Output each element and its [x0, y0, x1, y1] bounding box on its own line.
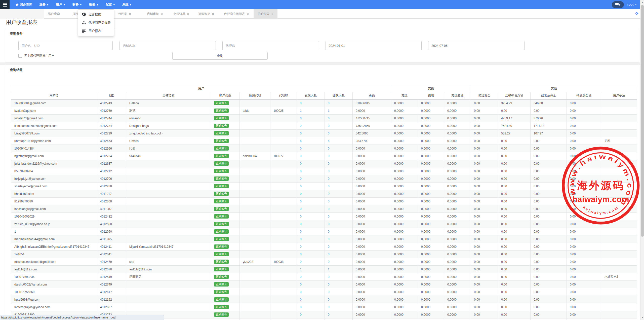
team-count-link[interactable]: 0 — [328, 290, 330, 294]
direct-count-link[interactable]: 0 — [300, 298, 302, 301]
direct-count-link[interactable]: 0 — [300, 101, 302, 105]
team-count-link[interactable]: 0 — [328, 237, 330, 241]
direct-count-link[interactable]: 0 — [300, 260, 302, 264]
close-icon[interactable]: × — [129, 12, 131, 16]
team-count-link[interactable]: 6 — [328, 139, 330, 143]
refresh-icon[interactable]: ⟳ — [635, 12, 638, 15]
close-icon[interactable]: × — [271, 12, 273, 16]
direct-count-link[interactable]: 0 — [300, 283, 302, 286]
team-count-link[interactable]: 0 — [328, 275, 330, 279]
direct-count-link[interactable]: 0 — [300, 200, 302, 203]
nav-item-3[interactable]: 财务▼ — [72, 3, 82, 7]
direct-count-link[interactable]: 0 — [300, 245, 302, 248]
direct-count-link[interactable]: 0 — [300, 290, 302, 294]
search-button[interactable]: 查询 — [172, 52, 268, 60]
team-count-link[interactable]: 0 — [328, 200, 330, 203]
shop-name-input[interactable] — [119, 41, 216, 50]
team-count-link[interactable]: 0 — [328, 192, 330, 196]
start-date-input[interactable] — [326, 41, 422, 50]
scroll-down-arrow[interactable]: ▼ — [640, 316, 644, 319]
tab-用户报表[interactable]: 用户报表× — [254, 9, 277, 19]
tab-代理商充提报表[interactable]: 代理商充提报表× — [223, 9, 250, 19]
account-type-badge: 正式账号 — [214, 139, 229, 143]
direct-count-link[interactable]: 0 — [300, 207, 302, 211]
direct-count-link[interactable]: 6 — [300, 139, 302, 143]
direct-count-link[interactable]: 0 — [300, 177, 302, 181]
menu-item-user-report[interactable]: 用户报表 — [78, 27, 114, 35]
direct-count-link[interactable]: 0 — [300, 162, 302, 165]
team-count-link[interactable]: 0 — [328, 154, 330, 158]
user-menu[interactable]: root ▼ — [627, 3, 637, 6]
team-count-link[interactable]: 0 — [328, 313, 330, 316]
team-count-link[interactable]: 0 — [328, 230, 330, 233]
nav-item-6[interactable]: 系统▼ — [122, 3, 132, 7]
nav-item-0[interactable]: 综合查询 — [16, 3, 32, 7]
team-count-link[interactable]: 0 — [328, 298, 330, 301]
nav-item-2[interactable]: 用户▼ — [56, 3, 65, 7]
close-icon[interactable]: × — [161, 12, 163, 16]
team-count-link[interactable]: 0 — [328, 147, 330, 150]
direct-count-link[interactable]: 0 — [300, 124, 302, 128]
team-count-link[interactable]: 0 — [328, 101, 330, 105]
vertical-scrollbar[interactable]: ▲ ▼ — [640, 0, 644, 320]
agent-id-input[interactable] — [222, 41, 319, 50]
direct-count-link[interactable]: 0 — [300, 230, 302, 233]
team-count-link[interactable]: 1 — [328, 109, 330, 113]
direct-count-link[interactable]: 1 — [300, 109, 302, 113]
close-icon[interactable]: × — [187, 12, 189, 16]
direct-count-link[interactable]: 0 — [300, 132, 302, 135]
menu-toggle-button[interactable] — [0, 0, 10, 9]
menu-item-agent-recharge-report[interactable]: 代理商充提报表 — [78, 19, 114, 27]
direct-count-link[interactable]: 0 — [300, 215, 302, 218]
tab-代理商[interactable]: 代理商× — [117, 9, 132, 19]
direct-count-link[interactable]: 0 — [300, 275, 302, 279]
nav-item-1[interactable]: 业务▼ — [39, 3, 49, 7]
direct-count-link[interactable]: 1 — [300, 268, 302, 271]
close-icon[interactable]: × — [212, 12, 214, 16]
username-uid-input[interactable] — [18, 41, 113, 50]
direct-count-link[interactable]: 0 — [300, 185, 302, 188]
direct-count-link[interactable]: 0 — [300, 237, 302, 241]
end-date-input[interactable] — [428, 41, 525, 50]
team-count-link[interactable]: 0 — [328, 185, 330, 188]
team-count-link[interactable]: 1 — [328, 268, 330, 271]
cell: 比嘉 — [126, 145, 211, 152]
team-count-link[interactable]: 0 — [328, 253, 330, 256]
team-count-link[interactable]: 0 — [328, 177, 330, 181]
team-count-link[interactable]: 0 — [328, 260, 330, 264]
tab-充值订单[interactable]: 充值订单× — [172, 9, 190, 19]
team-count-link[interactable]: 0 — [328, 245, 330, 248]
team-count-link[interactable]: 0 — [328, 132, 330, 135]
direct-count-link[interactable]: 0 — [300, 313, 302, 316]
direct-count-link[interactable]: 0 — [300, 147, 302, 150]
direct-count-link[interactable]: 0 — [300, 222, 302, 226]
cell: 0 — [325, 190, 353, 198]
chat-button[interactable] — [612, 1, 624, 8]
cell: 0 — [325, 273, 353, 281]
direct-count-link[interactable]: 0 — [300, 154, 302, 158]
team-count-link[interactable]: 0 — [328, 207, 330, 211]
scroll-up-arrow[interactable]: ▲ — [640, 1, 644, 4]
nav-item-5[interactable]: 配置▼ — [106, 3, 115, 7]
scrollbar-thumb[interactable] — [641, 5, 644, 237]
tab-综合查询[interactable]: 综合查询 — [47, 9, 61, 19]
team-count-link[interactable]: 0 — [328, 169, 330, 173]
team-count-link[interactable]: 0 — [328, 283, 330, 286]
no-agent-checkbox[interactable] — [18, 54, 22, 58]
nav-item-4[interactable]: 报表▼ — [89, 3, 99, 7]
direct-count-link[interactable]: 0 — [300, 192, 302, 196]
direct-count-link[interactable]: 0 — [300, 169, 302, 173]
direct-count-link[interactable]: 0 — [300, 305, 302, 309]
team-count-link[interactable]: 0 — [328, 305, 330, 309]
close-icon[interactable]: × — [247, 12, 249, 16]
team-count-link[interactable]: 0 — [328, 215, 330, 218]
direct-count-link[interactable]: 0 — [300, 253, 302, 256]
team-count-link[interactable]: 0 — [328, 162, 330, 165]
team-count-link[interactable]: 0 — [328, 124, 330, 128]
team-count-link[interactable]: 0 — [328, 117, 330, 120]
direct-count-link[interactable]: 0 — [300, 117, 302, 120]
tab-运营数据[interactable]: 运营数据× — [197, 9, 215, 19]
menu-item-operations-data[interactable]: 运营数据 — [78, 10, 114, 19]
team-count-link[interactable]: 0 — [328, 222, 330, 226]
tab-店铺审核[interactable]: 店铺审核× — [146, 9, 164, 19]
